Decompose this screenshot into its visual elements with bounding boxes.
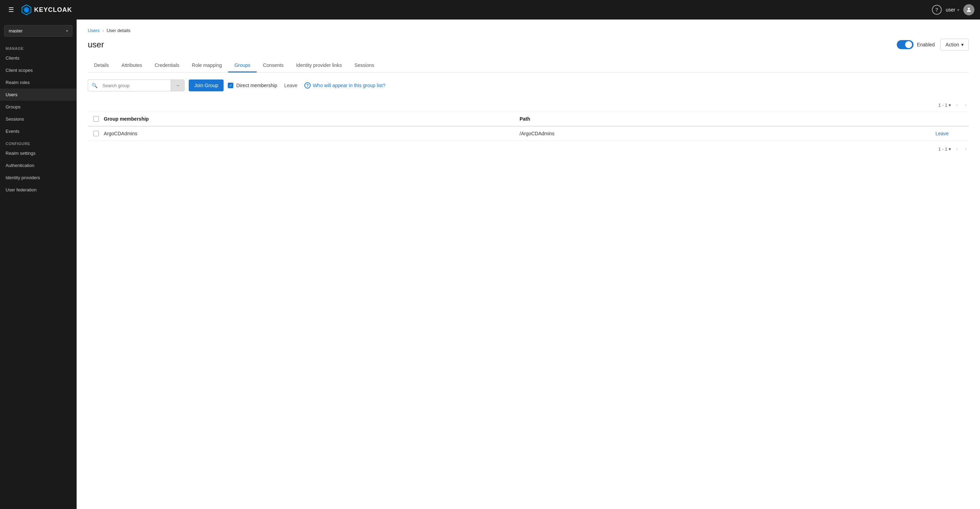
sessions-label: Sessions	[6, 116, 24, 122]
sidebar-item-clients[interactable]: Clients	[0, 52, 76, 64]
svg-point-3	[968, 8, 970, 10]
search-go-button[interactable]: →	[171, 80, 184, 91]
leave-toolbar-button[interactable]: Leave	[282, 81, 300, 89]
groups-label: Groups	[6, 104, 21, 110]
sidebar-item-users[interactable]: Users	[0, 89, 76, 101]
action-label: Action	[945, 42, 959, 48]
realm-selector-text: master	[9, 28, 23, 34]
sidebar-item-realm-roles[interactable]: Realm roles	[0, 77, 76, 89]
identity-providers-label: Identity providers	[6, 175, 40, 180]
tab-role-mapping[interactable]: Role mapping	[186, 59, 228, 72]
pagination-range-text-bottom: 1 - 1	[938, 147, 947, 152]
keycloak-logo-icon	[21, 4, 32, 15]
help-link-label: Who will appear in this group list?	[313, 83, 385, 88]
user-federation-label: User federation	[6, 187, 37, 192]
tabs: Details Attributes Credentials Role mapp…	[88, 59, 969, 72]
realm-roles-label: Realm roles	[6, 80, 30, 85]
enabled-label: Enabled	[917, 42, 935, 48]
action-button[interactable]: Action ▾	[940, 39, 969, 51]
client-scopes-label: Client scopes	[6, 68, 33, 73]
main-content: Users › User details user Enabled Action…	[76, 19, 980, 509]
pagination-prev-top[interactable]: ‹	[954, 101, 960, 109]
help-link[interactable]: ? Who will appear in this group list?	[304, 82, 385, 89]
pagination-dropdown-icon-bottom[interactable]: ▾	[949, 147, 951, 152]
realm-selector[interactable]: master ▾	[4, 25, 72, 37]
realm-settings-label: Realm settings	[6, 151, 35, 156]
logo-text: KEYCLOAK	[34, 6, 72, 14]
hamburger-menu[interactable]: ☰	[6, 5, 17, 15]
tab-groups[interactable]: Groups	[228, 59, 257, 72]
row-select-checkbox[interactable]	[93, 131, 99, 136]
tab-attributes[interactable]: Attributes	[115, 59, 148, 72]
sidebar: master ▾ Manage Clients Client scopes Re…	[0, 19, 76, 509]
user-chevron-icon: ▾	[957, 8, 959, 12]
page-title: user	[88, 40, 104, 49]
select-all-checkbox[interactable]	[93, 116, 99, 122]
page-header: user Enabled Action ▾	[88, 39, 969, 51]
sidebar-item-authentication[interactable]: Authentication	[0, 159, 76, 172]
search-icon: 🔍	[88, 80, 101, 91]
user-menu[interactable]: user ▾	[946, 7, 959, 13]
pagination-range-bottom: 1 - 1 ▾	[938, 147, 951, 152]
header-checkbox-cell	[93, 116, 104, 122]
user-name: user	[946, 7, 955, 13]
table-row: ArgoCDAdmins /ArgoCDAdmins Leave	[88, 126, 969, 141]
pagination-prev-bottom[interactable]: ‹	[954, 145, 960, 153]
tab-consents[interactable]: Consents	[257, 59, 290, 72]
group-leave-cell: Leave	[935, 131, 963, 136]
groups-table: Group membership Path ArgoCDAdmins /Argo…	[88, 112, 969, 141]
action-chevron-icon: ▾	[961, 42, 964, 48]
sidebar-item-realm-settings[interactable]: Realm settings	[0, 147, 76, 159]
tab-sessions[interactable]: Sessions	[348, 59, 381, 72]
pagination-next-bottom[interactable]: ›	[963, 145, 969, 153]
row-checkbox-cell	[93, 131, 104, 136]
tab-details[interactable]: Details	[88, 59, 115, 72]
sidebar-item-user-federation[interactable]: User federation	[0, 184, 76, 196]
join-group-button[interactable]: Join Group	[189, 80, 224, 91]
help-circle-icon: ?	[304, 82, 311, 89]
table-header: Group membership Path	[88, 112, 969, 126]
search-container: 🔍 →	[88, 80, 185, 91]
pagination-next-top[interactable]: ›	[963, 101, 969, 109]
sidebar-item-events[interactable]: Events	[0, 125, 76, 137]
enabled-toggle-container: Enabled	[897, 40, 935, 49]
configure-section-label: Configure	[0, 137, 76, 147]
page-header-actions: Enabled Action ▾	[897, 39, 969, 51]
search-input[interactable]	[101, 80, 171, 91]
leave-link[interactable]: Leave	[935, 131, 949, 136]
breadcrumb: Users › User details	[88, 28, 969, 33]
direct-membership-checkbox[interactable]: ✓	[228, 83, 233, 88]
avatar[interactable]	[963, 4, 974, 15]
tab-credentials[interactable]: Credentials	[148, 59, 186, 72]
pagination-dropdown-icon-top[interactable]: ▾	[949, 102, 951, 108]
col-path-header: Path	[520, 116, 935, 122]
pagination-bottom: 1 - 1 ▾ ‹ ›	[88, 141, 969, 157]
sidebar-item-client-scopes[interactable]: Client scopes	[0, 64, 76, 77]
sidebar-item-sessions[interactable]: Sessions	[0, 113, 76, 125]
users-label: Users	[6, 92, 18, 97]
pagination-range-top: 1 - 1 ▾	[938, 102, 951, 108]
tab-identity-provider-links[interactable]: Identity provider links	[290, 59, 348, 72]
navbar: ☰ KEYCLOAK ? user ▾	[0, 0, 980, 19]
breadcrumb-users-link[interactable]: Users	[88, 28, 100, 33]
group-membership-cell: ArgoCDAdmins	[104, 131, 520, 136]
clients-label: Clients	[6, 56, 19, 61]
help-button[interactable]: ?	[932, 5, 942, 14]
group-path-cell: /ArgoCDAdmins	[520, 131, 935, 136]
manage-section-label: Manage	[0, 42, 76, 52]
sidebar-item-identity-providers[interactable]: Identity providers	[0, 172, 76, 184]
breadcrumb-separator: ›	[102, 28, 104, 33]
direct-membership-label: Direct membership	[236, 83, 277, 88]
sidebar-item-groups[interactable]: Groups	[0, 101, 76, 113]
realm-selector-chevron-icon: ▾	[66, 29, 68, 33]
pagination-range-text-top: 1 - 1	[938, 102, 947, 108]
pagination-top: 1 - 1 ▾ ‹ ›	[88, 98, 969, 112]
logo: KEYCLOAK	[21, 4, 72, 15]
authentication-label: Authentication	[6, 163, 34, 168]
events-label: Events	[6, 129, 19, 134]
enabled-toggle[interactable]	[897, 40, 913, 49]
groups-toolbar: 🔍 → Join Group ✓ Direct membership Leave…	[88, 80, 969, 91]
breadcrumb-current: User details	[107, 28, 130, 33]
col-group-header: Group membership	[104, 116, 520, 122]
direct-membership-container: ✓ Direct membership	[228, 83, 277, 88]
